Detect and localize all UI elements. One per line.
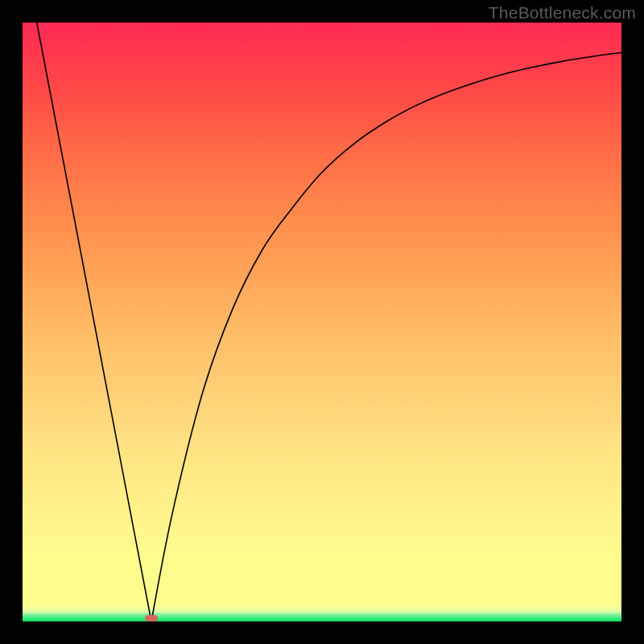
- plot-area: [23, 23, 621, 621]
- bottleneck-curve: [23, 23, 621, 621]
- watermark-text: TheBottleneck.com: [489, 3, 636, 23]
- curve-path: [35, 23, 621, 621]
- chart-frame: TheBottleneck.com: [0, 0, 644, 644]
- optimum-marker: [145, 615, 158, 621]
